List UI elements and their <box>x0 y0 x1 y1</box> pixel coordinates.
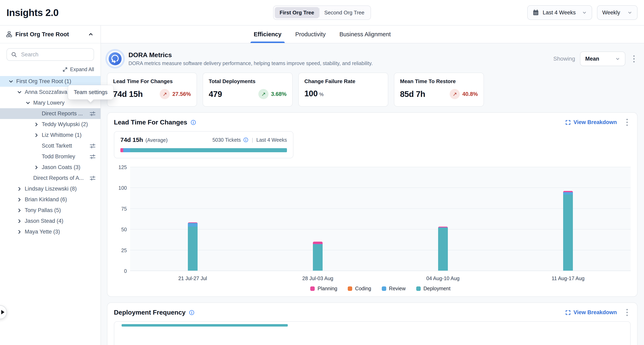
delta-badge: ↗3.68% <box>258 89 286 99</box>
org-tree-toggle-option[interactable]: Second Org Tree <box>319 7 369 18</box>
showing-value: Mean <box>585 56 599 62</box>
average-summary-card: 74d 15h (Average) 5030 Tickets | Last 4 … <box>114 131 294 158</box>
legend-swatch <box>382 286 386 291</box>
average-value: 74d 15h <box>120 136 143 143</box>
panel-title: Lead Time For Changes <box>114 118 196 126</box>
info-icon[interactable] <box>189 310 194 316</box>
average-stacked-bar <box>120 148 287 152</box>
app-title: Insights 2.0 <box>6 7 58 18</box>
chevron-down-icon[interactable] <box>8 79 14 84</box>
chevron-right-icon[interactable] <box>34 122 39 127</box>
metric-card-title: Total Deployments <box>209 78 286 84</box>
more-options-button[interactable] <box>623 308 631 317</box>
tree-item-label: Direct Reports ... <box>42 110 83 117</box>
metric-card-value: 85d 7h <box>400 90 425 99</box>
tab-productivity[interactable]: Productivity <box>295 26 326 43</box>
tree-row[interactable]: Tony Pallas (5) <box>0 205 100 216</box>
dora-description: DORA metrics measure software delivery p… <box>128 60 373 66</box>
average-summary-top: 74d 15h (Average) 5030 Tickets | Last 4 … <box>120 136 287 143</box>
tree-row[interactable]: Jason Stead (4) <box>0 216 100 226</box>
team-settings-icon[interactable] <box>90 143 96 149</box>
date-range-value: Last 4 Weeks <box>543 10 576 16</box>
stacked-bar[interactable] <box>563 191 573 270</box>
average-meta: 5030 Tickets | Last 4 Weeks <box>212 137 287 143</box>
gridline-75 <box>130 208 631 209</box>
granularity-select[interactable]: Weekly <box>597 5 638 20</box>
tab-business-alignment[interactable]: Business Alignment <box>340 26 391 43</box>
chevron-down-icon[interactable] <box>25 100 31 106</box>
chevron-right-icon[interactable] <box>16 208 22 213</box>
content-area: DORA Metrics DORA metrics measure softwa… <box>101 44 644 345</box>
bar-segment-deployment <box>313 244 322 270</box>
tree-row[interactable]: Liz Whittome (1) <box>0 130 100 140</box>
chevron-right-icon[interactable] <box>16 197 22 202</box>
top-bar: Insights 2.0 First Org TreeSecond Org Tr… <box>0 0 644 25</box>
gridline-25 <box>130 250 631 250</box>
chevron-right-icon[interactable] <box>16 229 22 235</box>
expand-all-button[interactable]: Expand All <box>6 66 94 72</box>
sidebar: First Org Tree Root Expand All <box>0 26 101 345</box>
stacked-bar[interactable] <box>188 222 198 270</box>
tree-row[interactable]: Maya Yette (3) <box>0 226 100 237</box>
breakdown-corners-icon <box>565 310 571 315</box>
org-tree-toggle-option[interactable]: First Org Tree <box>275 7 319 18</box>
tree-row[interactable]: Direct Reports ... <box>0 108 100 119</box>
team-settings-icon[interactable] <box>90 111 96 117</box>
tree-row[interactable]: Todd Bromley <box>0 151 100 162</box>
main-content: EfficiencyProductivityBusiness Alignment <box>101 26 644 345</box>
info-icon[interactable] <box>190 120 196 125</box>
metric-card-value: 100 <box>304 89 318 98</box>
more-options-button[interactable] <box>623 118 631 127</box>
bar-segment-deployment <box>563 194 573 270</box>
team-settings-tooltip: Team settings <box>68 85 113 100</box>
metric-card: Change Failure Rate100% <box>298 72 388 106</box>
collapse-sidebar-button[interactable] <box>87 30 95 38</box>
lead-time-panel: Lead Time For Changes View Breakdown <box>107 112 638 297</box>
y-axis-spacer <box>114 271 130 282</box>
chevron-right-icon[interactable] <box>34 164 39 170</box>
x-tick-label: 28 Jul-03 Aug <box>302 276 333 281</box>
date-range-select[interactable]: Last 4 Weeks <box>527 5 592 20</box>
gridline-50 <box>130 229 631 230</box>
info-icon[interactable] <box>243 137 248 142</box>
team-settings-icon[interactable] <box>90 175 96 181</box>
chevron-down-icon <box>615 56 620 61</box>
chevron-down-icon[interactable] <box>16 90 22 95</box>
chevron-right-icon[interactable] <box>16 218 22 224</box>
team-settings-icon[interactable] <box>90 154 96 160</box>
chevron-down-icon <box>582 10 587 15</box>
search-input[interactable] <box>20 51 90 58</box>
tree-row[interactable]: Brian Kirkland (6) <box>0 194 100 205</box>
tab-bar: EfficiencyProductivityBusiness Alignment <box>101 26 644 44</box>
tree-item-label: First Org Tree Root (1) <box>16 78 71 84</box>
metric-card: Lead Time For Changes74d 15h↗27.56% <box>107 72 197 106</box>
x-tick-label: 04 Aug-10 Aug <box>426 276 460 281</box>
stacked-bar[interactable] <box>438 226 448 270</box>
deployment-frequency-summary-card <box>114 321 631 345</box>
tree-row[interactable]: Jason Coats (3) <box>0 162 100 173</box>
tab-efficiency[interactable]: Efficiency <box>254 26 282 43</box>
tree-row[interactable]: Scott Tarkett <box>0 140 100 151</box>
tree-row[interactable]: Direct Reports of A... <box>0 173 100 184</box>
tree-row[interactable]: Teddy Wylupski (2) <box>0 119 100 130</box>
search-box <box>6 48 94 61</box>
stacked-bar[interactable] <box>313 242 322 270</box>
calendar-icon <box>532 9 539 16</box>
view-breakdown-link[interactable]: View Breakdown <box>565 119 617 126</box>
chart-x-axis: 21 Jul-27 Jul28 Jul-03 Aug04 Aug-10 Aug1… <box>130 271 631 282</box>
sidebar-header: First Org Tree Root <box>0 26 100 44</box>
tooltip-text: Team settings <box>74 89 108 95</box>
more-options-button[interactable] <box>630 54 638 64</box>
legend-swatch <box>348 286 352 291</box>
x-tick-label: 21 Jul-27 Jul <box>178 276 207 281</box>
showing-select[interactable]: Mean <box>580 52 625 66</box>
tree-row[interactable]: Lindsay Liszewski (8) <box>0 184 100 194</box>
legend-item-review: Review <box>382 286 406 292</box>
metric-card-value-row: 100% <box>304 89 382 98</box>
view-breakdown-link[interactable]: View Breakdown <box>565 309 617 316</box>
chart-plot-area <box>130 167 631 271</box>
chevron-right-icon[interactable] <box>16 186 22 192</box>
tree-item-label: Brian Kirkland (6) <box>25 196 67 203</box>
chevron-right-icon[interactable] <box>34 132 39 138</box>
org-tree-toggle: First Org TreeSecond Org Tree <box>273 6 371 20</box>
